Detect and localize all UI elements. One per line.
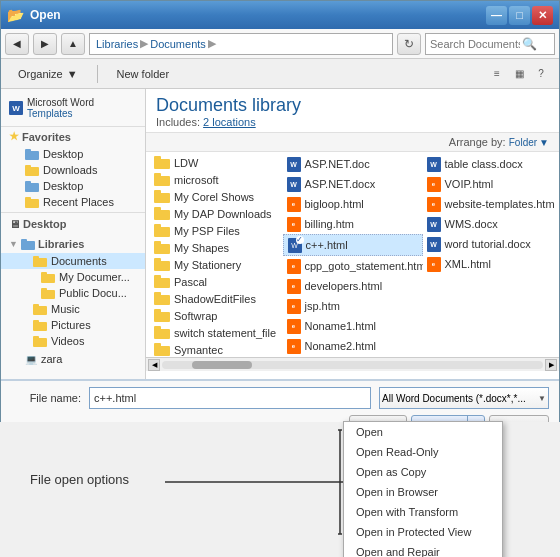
new-folder-button[interactable]: New folder: [108, 63, 179, 85]
desktop-header[interactable]: 🖥 Desktop: [1, 215, 145, 233]
scroll-right-button[interactable]: ▶: [545, 359, 557, 371]
doc-word-icon: W: [427, 237, 441, 252]
file-item[interactable]: ecpp_goto_statement.html: [283, 256, 423, 276]
view-icon-1[interactable]: ≡: [487, 64, 507, 84]
libraries-header[interactable]: ▼ Libraries: [1, 235, 145, 253]
file-name: WMS.docx: [445, 218, 498, 230]
sidebar-item-videos[interactable]: Videos: [1, 333, 145, 349]
file-item[interactable]: eNoname1.html: [283, 316, 423, 336]
search-box[interactable]: 🔍: [425, 33, 555, 55]
maximize-button[interactable]: □: [509, 6, 530, 25]
file-item[interactable]: switch statement_file: [150, 324, 283, 341]
doc-html-icon: e: [287, 197, 301, 212]
file-item[interactable]: eNoname2.html: [283, 336, 423, 356]
filetype-arrow: ▼: [538, 394, 546, 403]
organize-button[interactable]: Organize ▼: [9, 63, 87, 85]
sidebar-item-public[interactable]: Public Docu...: [1, 285, 145, 301]
includes-label: Includes:: [156, 116, 203, 128]
doc-html-icon: e: [287, 319, 301, 334]
view-icon-2[interactable]: ▦: [509, 64, 529, 84]
library-header: Documents library Includes: 2 locations: [146, 89, 559, 133]
file-item[interactable]: Symantec: [150, 341, 283, 357]
libraries-arrow: ▼: [9, 239, 18, 249]
annotation-label: File open options: [30, 472, 129, 487]
open-dialog: 📂 Open — □ ✕ ◀ ▶ ▲ Libraries ▶: [0, 0, 560, 430]
filename-row: File name: All Word Documents (*.docx*,*…: [11, 387, 549, 409]
file-item[interactable]: LDW: [150, 154, 283, 171]
folder-icon: [154, 173, 170, 186]
sidebar-item-desktop2[interactable]: Desktop: [1, 178, 145, 194]
file-item[interactable]: ShadowEditFiles: [150, 290, 283, 307]
minimize-button[interactable]: —: [486, 6, 507, 25]
file-item[interactable]: WASP.NET.docx: [283, 174, 423, 194]
dropdown-item-protected[interactable]: Open in Protected View: [344, 522, 502, 542]
file-item[interactable]: Wtable class.docx: [423, 154, 556, 174]
file-item[interactable]: ebilling.htm: [283, 214, 423, 234]
doc-html-icon: e: [287, 259, 301, 274]
desktop-icon: 🖥: [9, 218, 20, 230]
file-item[interactable]: My Shapes: [150, 239, 283, 256]
arrange-button[interactable]: Folder ▼: [509, 137, 549, 148]
sidebar-item-music[interactable]: Music: [1, 301, 145, 317]
sidebar-downloads-label: Downloads: [43, 164, 97, 176]
dropdown-item-copy[interactable]: Open as Copy: [344, 462, 502, 482]
file-item[interactable]: Wword tutorial.docx: [423, 234, 556, 254]
file-item[interactable]: ewebsite-templates.htm: [423, 194, 556, 214]
file-item[interactable]: ebigloop.html: [283, 194, 423, 214]
file-item-selected[interactable]: Wc++.html: [283, 234, 423, 256]
sidebar-item-downloads[interactable]: Downloads: [1, 162, 145, 178]
search-input[interactable]: [430, 38, 520, 50]
refresh-button[interactable]: ↻: [397, 33, 421, 55]
file-item[interactable]: My PSP Files: [150, 222, 283, 239]
scroll-left-button[interactable]: ◀: [148, 359, 160, 371]
folder-icon: [154, 326, 170, 339]
dropdown-item-repair[interactable]: Open and Repair: [344, 542, 502, 557]
doc-html-icon: e: [287, 217, 301, 232]
file-item[interactable]: Pascal: [150, 273, 283, 290]
file-item[interactable]: My Corel Shows: [150, 188, 283, 205]
up-button[interactable]: ▲: [61, 33, 85, 55]
sidebar-item-recent[interactable]: Recent Places: [1, 194, 145, 210]
file-item[interactable]: ejsp.htm: [283, 296, 423, 316]
back-button[interactable]: ◀: [5, 33, 29, 55]
close-button[interactable]: ✕: [532, 6, 553, 25]
dropdown-item-readonly[interactable]: Open Read-Only: [344, 442, 502, 462]
file-item[interactable]: WWMS.docx: [423, 214, 556, 234]
file-item[interactable]: edevelopers.html: [283, 276, 423, 296]
word-icon-item[interactable]: W Microsoft Word Templates: [1, 93, 145, 123]
help-button[interactable]: ?: [531, 64, 551, 84]
sidebar-item-mydocuments[interactable]: My Documer...: [1, 269, 145, 285]
library-toolbar: Arrange by: Folder ▼: [146, 133, 559, 152]
folder-icon: [41, 272, 55, 283]
dropdown-item-browser[interactable]: Open in Browser: [344, 482, 502, 502]
favorites-header[interactable]: ★ Favorites: [1, 127, 145, 146]
file-item[interactable]: My Stationery: [150, 256, 283, 273]
file-item[interactable]: eXML.html: [423, 254, 556, 274]
sidebar-item-desktop1[interactable]: Desktop: [1, 146, 145, 162]
word-label: Microsoft Word: [27, 97, 94, 108]
file-item[interactable]: My DAP Downloads: [150, 205, 283, 222]
dropdown-item-transform[interactable]: Open with Transform: [344, 502, 502, 522]
desktop-section: 🖥 Desktop: [1, 215, 145, 233]
file-name: bigloop.html: [305, 198, 364, 210]
filetype-select[interactable]: All Word Documents (*.docx*,*... ▼: [379, 387, 549, 409]
address-field[interactable]: Libraries ▶ Documents ▶: [89, 33, 393, 55]
sidebar-item-pictures[interactable]: Pictures: [1, 317, 145, 333]
word-templates-group: Microsoft Word Templates: [27, 97, 94, 119]
scroll-track[interactable]: [162, 361, 543, 369]
forward-button[interactable]: ▶: [33, 33, 57, 55]
doc-html-icon: e: [427, 257, 441, 272]
file-item[interactable]: eVOIP.html: [423, 174, 556, 194]
sidebar-item-documents[interactable]: Documents: [1, 253, 145, 269]
sidebar-public-label: Public Docu...: [59, 287, 127, 299]
filename-label: File name:: [11, 392, 81, 404]
file-item[interactable]: Softwrap: [150, 307, 283, 324]
filename-input[interactable]: [89, 387, 371, 409]
file-item[interactable]: microsoft: [150, 171, 283, 188]
file-col-2: WASP.NET.doc WASP.NET.docx ebigloop.html…: [283, 154, 423, 355]
dropdown-item-open[interactable]: Open: [344, 422, 502, 442]
sidebar-item-zara[interactable]: 💻 zara: [1, 351, 145, 367]
file-item[interactable]: WASP.NET.doc: [283, 154, 423, 174]
title-bar-left: 📂 Open: [7, 7, 61, 23]
locations-link[interactable]: 2 locations: [203, 116, 256, 128]
